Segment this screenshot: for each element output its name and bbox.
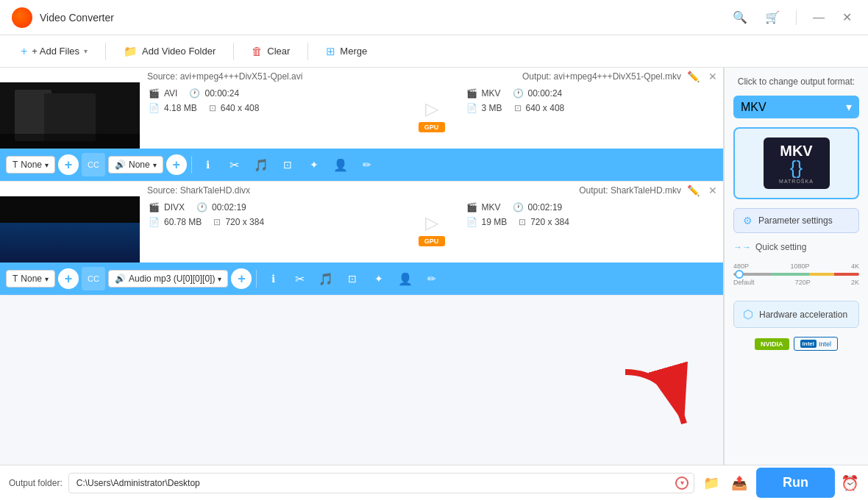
toolbar-separator-3 — [307, 43, 308, 60]
open-folder-button[interactable]: 📁 — [700, 472, 722, 494]
arrow-section-1: ▷ GPU — [406, 82, 458, 149]
output-path-input[interactable] — [68, 473, 694, 493]
add-subtitle-2-button[interactable]: + — [58, 268, 79, 289]
toolbar-separator-2 — [233, 43, 234, 60]
label-default: Default — [733, 279, 755, 286]
mkv-subtitle-text: MATROŠKA — [779, 179, 814, 184]
param-icon: ⚙ — [743, 215, 753, 226]
close-file-2-button[interactable]: ✕ — [708, 185, 717, 196]
add-files-button[interactable]: + + Add Files ▾ — [9, 40, 99, 63]
subtitle-select-1[interactable]: T None ▾ — [6, 156, 55, 174]
edit-output-1-button[interactable]: ✏️ — [687, 71, 700, 82]
title-bar: Video Converter 🔍 🛒 — ✕ — [0, 0, 868, 35]
minimize-button[interactable]: — — [808, 10, 829, 26]
param-settings-label: Parameter settings — [758, 215, 833, 226]
cc-btn-2[interactable]: CC — [82, 267, 105, 290]
add-subtitle-1-button[interactable]: + — [58, 154, 79, 175]
sub-dropdown-icon-2: ▾ — [45, 275, 49, 283]
crop-btn-1[interactable]: ⊡ — [276, 153, 299, 176]
quick-setting-section: →→ Quick setting 480P 1080P 4K Default 7… — [733, 242, 859, 292]
bottom-bar: Output folder: ▾ 📁 📤 Run ⏰ — [0, 465, 868, 500]
output-details-2: 🎬 MKV 🕐 00:02:19 📄 19 MB — [458, 196, 724, 262]
clear-button[interactable]: 🗑 Clear — [240, 40, 302, 62]
file-item-1: Source: avi+mpeg4+++DivX51-Qpel.avi Outp… — [0, 68, 723, 182]
fx-btn-2[interactable]: ✦ — [367, 267, 391, 290]
audio-select-1[interactable]: 🔊 None ▾ — [108, 156, 163, 174]
audio-edit-btn-2[interactable]: 🎵 — [314, 267, 338, 290]
source-size-1: 4.18 MB — [164, 103, 197, 113]
quality-track[interactable] — [733, 273, 859, 276]
out-duration-2: 00:02:19 — [528, 202, 563, 213]
convert-arrow-2[interactable]: ▷ — [425, 213, 438, 233]
merge-button[interactable]: ⊞ Merge — [314, 40, 379, 63]
alarm-button[interactable]: ⏰ — [841, 474, 859, 492]
res-icon-1: ⊡ — [209, 103, 216, 113]
fx-btn-1[interactable]: ✦ — [302, 153, 326, 176]
source-res-2: 720 x 384 — [225, 217, 264, 227]
quality-thumb[interactable] — [735, 270, 744, 279]
hardware-acceleration-button[interactable]: ⬡ Hardware acceleration — [733, 301, 859, 328]
audio-select-2[interactable]: 🔊 Audio mp3 (U[0][0][0]) ▾ — [108, 270, 228, 288]
out-clock-icon-2: 🕐 — [513, 202, 524, 213]
output-path-wrapper: ▾ — [68, 473, 694, 493]
user-btn-2[interactable]: 👤 — [394, 267, 417, 290]
out-res-icon-1: ⊡ — [514, 103, 522, 113]
add-audio-2-button[interactable]: + — [231, 268, 252, 289]
gpu-logos: NVIDIA intel Intel — [733, 337, 859, 351]
source-format-1: AVI — [164, 88, 177, 99]
file-item-2: Source: SharkTaleHD.divx Output: SharkTa… — [0, 182, 723, 296]
subtitle-select-2[interactable]: T None ▾ — [6, 270, 55, 288]
mkv-preview: MKV {} MATROŠKA — [733, 127, 859, 199]
info-btn-2[interactable]: ℹ — [261, 267, 285, 290]
format-selector[interactable]: MKV ▾ — [733, 96, 859, 118]
user-btn-1[interactable]: 👤 — [329, 153, 352, 176]
file-item-2-content: 🎬 DIVX 🕐 00:02:19 📄 60.78 MB — [0, 196, 723, 262]
text-icon-2: T — [13, 274, 18, 284]
cut-btn-1[interactable]: ✂ — [223, 153, 246, 176]
add-folder-button[interactable]: 📁 Add Video Folder — [112, 40, 227, 63]
plus-icon: + — [21, 45, 27, 58]
main-layout: Source: avi+mpeg4+++DivX51-Qpel.avi Outp… — [0, 68, 868, 465]
out-format-1: MKV — [482, 88, 501, 99]
audio-dropdown-icon-2: ▾ — [218, 275, 221, 283]
edit-output-2-button[interactable]: ✏️ — [687, 185, 700, 196]
right-panel: Click to change output format: MKV ▾ MKV… — [724, 68, 868, 465]
label-4k: 4K — [851, 262, 859, 270]
ctrl-sep-2 — [256, 270, 257, 288]
edit-btn-2[interactable]: ✏ — [420, 267, 444, 290]
convert-arrow-1[interactable]: ▷ — [425, 99, 438, 119]
export-button[interactable]: 📤 — [728, 472, 750, 494]
close-file-1-button[interactable]: ✕ — [708, 71, 717, 82]
source-details-2: 🎬 DIVX 🕐 00:02:19 📄 60.78 MB — [140, 196, 406, 262]
search-button[interactable]: 🔍 — [728, 9, 752, 26]
add-folder-label: Add Video Folder — [142, 46, 216, 57]
out-res-1: 640 x 408 — [526, 103, 565, 113]
parameter-settings-button[interactable]: ⚙ Parameter settings — [733, 208, 859, 233]
cut-btn-2[interactable]: ✂ — [288, 267, 311, 290]
source-label-2: Source: SharkTaleHD.divx — [147, 185, 250, 196]
audio-edit-btn-1[interactable]: 🎵 — [249, 153, 273, 176]
source-label-1: Source: avi+mpeg4+++DivX51-Qpel.avi — [147, 71, 302, 82]
intel-badge[interactable]: intel Intel — [794, 337, 838, 351]
clock-icon-2: 🕐 — [196, 202, 207, 213]
label-480p: 480P — [733, 262, 749, 270]
add-audio-1-button[interactable]: + — [166, 154, 187, 175]
thumbnail-2 — [0, 196, 140, 262]
cart-button[interactable]: 🛒 — [761, 9, 784, 26]
out-clock-icon-1: 🕐 — [513, 88, 524, 99]
nvidia-badge[interactable]: NVIDIA — [755, 338, 789, 350]
edit-btn-1[interactable]: ✏ — [355, 153, 379, 176]
dropdown-circle-button[interactable]: ▾ — [675, 476, 689, 490]
info-btn-1[interactable]: ℹ — [196, 153, 220, 176]
run-button[interactable]: Run — [756, 468, 835, 498]
crop-btn-2[interactable]: ⊡ — [341, 267, 364, 290]
dropdown-icon[interactable]: ▾ — [84, 47, 88, 55]
cc-btn-1[interactable]: CC — [82, 153, 105, 176]
sub-dropdown-icon-1: ▾ — [45, 161, 49, 169]
out-res-icon-2: ⊡ — [519, 217, 526, 227]
close-button[interactable]: ✕ — [838, 9, 856, 26]
file-icon-2: 📄 — [149, 217, 160, 227]
window-controls: 🔍 🛒 — ✕ — [728, 9, 856, 26]
toolbar: + + Add Files ▾ 📁 Add Video Folder 🗑 Cle… — [0, 35, 868, 68]
format-selected-text: MKV — [741, 101, 766, 114]
